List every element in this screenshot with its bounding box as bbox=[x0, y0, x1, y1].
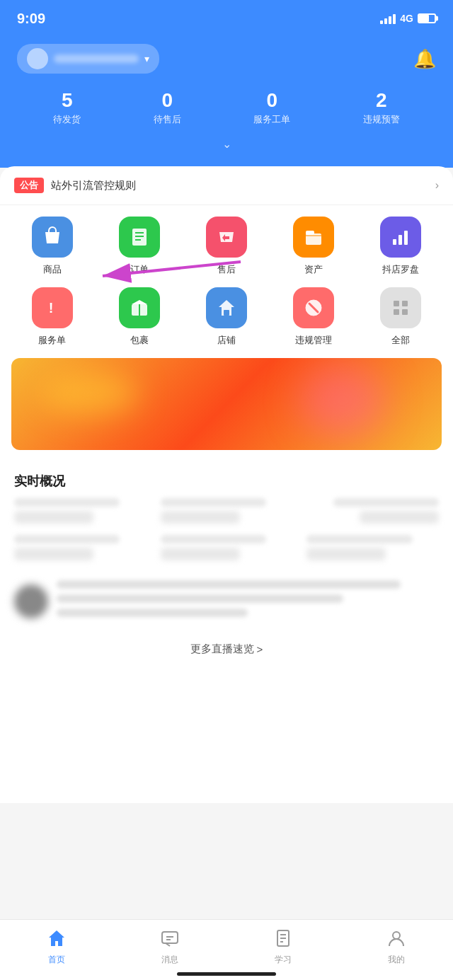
svg-rect-8 bbox=[398, 235, 402, 245]
violation-icon bbox=[293, 287, 334, 328]
network-label: 4G bbox=[400, 13, 413, 24]
order-label: 订单 bbox=[130, 263, 149, 276]
status-icons: 4G bbox=[380, 13, 436, 24]
menu-item-shop[interactable]: 店铺 bbox=[183, 287, 270, 347]
more-live-button[interactable]: 更多直播速览 > bbox=[0, 631, 453, 667]
stat-label-aftersale: 待售后 bbox=[154, 113, 181, 126]
stat-violation-warning[interactable]: 2 违规预警 bbox=[363, 91, 400, 126]
realtime-item-1 bbox=[14, 498, 147, 524]
stat-number-aftersale: 0 bbox=[154, 91, 181, 110]
menu-item-asset[interactable]: 资产 bbox=[270, 217, 357, 276]
store-selector[interactable]: ▾ bbox=[17, 44, 159, 74]
nav-item-message[interactable]: 消息 bbox=[160, 928, 180, 966]
expand-arrow-icon[interactable]: ⌄ bbox=[17, 137, 436, 154]
blurred-content bbox=[0, 560, 453, 631]
realtime-item-6 bbox=[306, 535, 439, 560]
signal-icon bbox=[380, 13, 396, 24]
svg-rect-20 bbox=[394, 309, 399, 315]
battery-icon bbox=[418, 13, 436, 23]
realtime-value-blur-2 bbox=[161, 511, 240, 524]
announcement-text: 站外引流管控规则 bbox=[51, 179, 435, 192]
realtime-label-blur-6 bbox=[306, 535, 412, 543]
shop-icon bbox=[206, 287, 247, 328]
menu-item-all[interactable]: 全部 bbox=[357, 287, 445, 347]
svg-rect-7 bbox=[393, 239, 396, 245]
home-label: 首页 bbox=[48, 954, 65, 966]
all-icon bbox=[380, 287, 421, 328]
asset-label: 资产 bbox=[304, 263, 323, 276]
stat-pending-shipment[interactable]: 5 待发货 bbox=[53, 91, 81, 126]
svg-rect-15 bbox=[224, 310, 229, 316]
realtime-value-blur-5 bbox=[161, 548, 240, 560]
header-top: ▾ 🔔 bbox=[17, 44, 436, 74]
svg-point-33 bbox=[393, 932, 400, 939]
svg-rect-9 bbox=[404, 231, 408, 245]
svg-rect-5 bbox=[306, 234, 321, 245]
menu-item-compass[interactable]: 抖店罗盘 bbox=[357, 217, 445, 276]
realtime-label-blur-2 bbox=[161, 498, 266, 507]
mine-icon bbox=[386, 928, 406, 951]
svg-rect-18 bbox=[394, 301, 399, 306]
menu-item-package[interactable]: 包裹 bbox=[96, 287, 183, 347]
realtime-value-blur-6 bbox=[306, 548, 386, 560]
stat-label-shipment: 待发货 bbox=[53, 113, 81, 126]
svg-marker-12 bbox=[132, 300, 147, 304]
home-indicator bbox=[177, 972, 276, 976]
blur-text-1 bbox=[57, 580, 439, 623]
package-label: 包裹 bbox=[130, 334, 149, 347]
stat-number-service: 0 bbox=[253, 91, 290, 110]
menu-item-violation[interactable]: 违规管理 bbox=[270, 287, 357, 347]
menu-item-service[interactable]: ! 服务单 bbox=[8, 287, 96, 347]
realtime-label-blur-1 bbox=[14, 498, 120, 507]
status-bar: 9:09 4G bbox=[0, 0, 453, 35]
service-icon: ! bbox=[32, 287, 73, 328]
menu-item-aftersale[interactable]: 售后 bbox=[183, 217, 270, 276]
aftersale-icon bbox=[206, 217, 247, 258]
blur-avatar-1 bbox=[14, 584, 48, 618]
status-time: 9:09 bbox=[17, 11, 45, 27]
header: ▾ 🔔 5 待发货 0 待售后 0 服务工单 2 违规预警 ⌄ bbox=[0, 35, 453, 168]
order-icon bbox=[119, 217, 160, 258]
menu-item-product[interactable]: 商品 bbox=[8, 217, 96, 276]
main-card: 公告 站外引流管控规则 › 商品 bbox=[0, 166, 453, 803]
menu-grid: 商品 订单 bbox=[0, 205, 453, 352]
compass-icon bbox=[380, 217, 421, 258]
more-live-text: 更多直播速览 bbox=[190, 642, 254, 656]
all-label: 全部 bbox=[391, 334, 410, 347]
learn-icon bbox=[273, 928, 293, 951]
svg-text:!: ! bbox=[48, 300, 53, 316]
realtime-value-blur-3 bbox=[360, 511, 439, 524]
announcement-tag: 公告 bbox=[14, 178, 44, 193]
product-icon bbox=[32, 217, 73, 258]
announcement-bar[interactable]: 公告 站外引流管控规则 › bbox=[0, 166, 453, 205]
realtime-item-4 bbox=[14, 535, 147, 560]
realtime-item-3 bbox=[306, 498, 439, 524]
stat-label-violation: 违规预警 bbox=[363, 113, 400, 126]
stats-row: 5 待发货 0 待售后 0 服务工单 2 违规预警 bbox=[17, 91, 436, 126]
nav-item-learn[interactable]: 学习 bbox=[273, 928, 293, 966]
asset-icon bbox=[293, 217, 334, 258]
nav-item-mine[interactable]: 我的 bbox=[386, 928, 406, 966]
shop-label: 店铺 bbox=[217, 334, 236, 347]
stat-number-shipment: 5 bbox=[53, 91, 81, 110]
svg-rect-6 bbox=[306, 231, 314, 235]
bell-icon[interactable]: 🔔 bbox=[413, 48, 436, 70]
more-live-arrow: > bbox=[257, 643, 263, 655]
realtime-value-blur-4 bbox=[14, 548, 93, 560]
store-name bbox=[54, 54, 139, 63]
realtime-grid bbox=[0, 498, 453, 524]
menu-grid-wrapper: 商品 订单 bbox=[0, 205, 453, 352]
store-avatar bbox=[27, 48, 48, 69]
stat-service-order[interactable]: 0 服务工单 bbox=[253, 91, 290, 126]
promotional-banner[interactable] bbox=[11, 358, 442, 450]
svg-marker-24 bbox=[49, 930, 64, 946]
blur-row-1 bbox=[14, 572, 439, 631]
message-label: 消息 bbox=[161, 954, 178, 966]
menu-item-order[interactable]: 订单 bbox=[96, 217, 183, 276]
nav-item-home[interactable]: 首页 bbox=[47, 928, 67, 966]
stat-pending-aftersale[interactable]: 0 待售后 bbox=[154, 91, 181, 126]
stat-number-violation: 2 bbox=[363, 91, 400, 110]
package-icon bbox=[119, 287, 160, 328]
realtime-item-2 bbox=[161, 498, 293, 524]
realtime-value-blur-1 bbox=[14, 511, 93, 524]
